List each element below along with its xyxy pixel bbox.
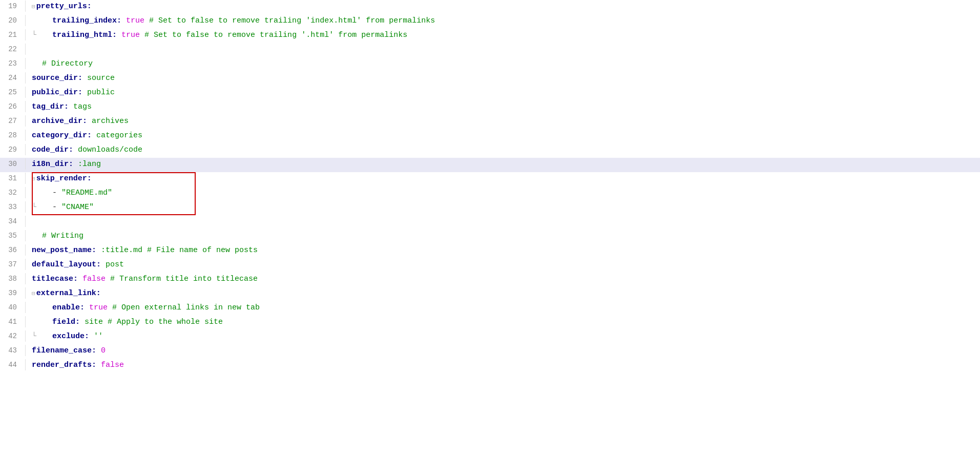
line-number: 28 [0,130,26,141]
line-content: source_dir: source [26,72,980,85]
yaml-key: archive_dir: [32,117,87,126]
yaml-string-value: downloads/code [78,146,142,154]
plain-text [117,31,121,39]
line-number: 26 [0,101,26,112]
line-content: new_post_name: :title.md # File name of … [26,244,980,257]
code-line: 41 field: site # Apply to the whole site [0,316,980,330]
yaml-number-value: 0 [101,346,106,355]
plain-text [121,16,126,25]
code-line: 27archive_dir: archives [0,115,980,129]
yaml-key: new_post_name: [32,246,96,255]
line-number: 44 [0,359,26,370]
line-number: 36 [0,244,26,256]
line-number: 30 [0,158,26,170]
yaml-section-comment: # Directory [42,59,93,68]
line-content: enable: true # Open external links in ne… [26,302,980,314]
plain-text [78,275,82,283]
code-line: 34 [0,215,980,230]
line-number: 39 [0,287,26,299]
indent-marker [42,187,52,199]
indent-marker [42,302,52,314]
line-number: 24 [0,72,26,84]
code-line: 39⊟external_link: [0,287,980,301]
yaml-key: field: [52,318,80,326]
line-content: ⊟pretty_urls: [26,1,980,13]
plain-text [80,318,85,326]
yaml-key: pretty_urls: [36,2,92,11]
code-line: 24source_dir: source [0,72,980,86]
line-number: 31 [0,173,26,184]
yaml-key: render_drafts: [32,361,96,369]
yaml-boolean-value: false [82,275,106,283]
line-number: 27 [0,115,26,127]
yaml-comment: # Set to false to remove trailing 'index… [149,16,435,25]
plain-text [142,246,147,255]
line-number: 29 [0,144,26,155]
line-content: field: site # Apply to the whole site [26,316,980,328]
code-editor: 19⊟pretty_urls:20trailing_index: true # … [0,0,980,456]
indent-marker: └ [32,330,42,343]
line-content: - "README.md" [26,187,980,199]
line-content: public_dir: public [26,87,980,99]
line-content: code_dir: downloads/code [26,144,980,156]
line-content: tag_dir: tags [26,101,980,113]
yaml-key: trailing_index: [52,16,121,25]
line-content: ⊟skip_render: [26,173,980,185]
line-number: 32 [0,187,26,198]
yaml-key: filename_case: [32,346,96,355]
line-number: 33 [0,201,26,213]
line-content: └ - "CNAME" [26,201,980,214]
plain-text [82,74,87,82]
code-line: 22 [0,43,980,57]
yaml-key: default_layout: [32,260,101,269]
yaml-quoted-value: "CNAME" [61,203,94,212]
plain-text [96,346,101,355]
yaml-boolean-value: false [101,361,124,369]
code-line: 26tag_dir: tags [0,100,980,115]
code-line: 33└ - "CNAME" [0,201,980,215]
yaml-key: skip_render: [36,174,92,183]
yaml-key: exclude: [52,332,89,341]
fold-marker-icon: ⊟ [32,291,35,297]
line-content: # Directory [26,58,980,70]
indent-marker [42,316,52,328]
yaml-boolean-value: true [121,31,140,39]
line-content: └ exclude: '' [26,330,980,343]
yaml-key: titlecase: [32,275,78,283]
code-line: 25public_dir: public [0,86,980,100]
code-line: 31⊟skip_render: [0,172,980,186]
yaml-string-value: site [85,318,103,326]
yaml-comment: # Set to false to remove trailing '.html… [144,31,407,39]
indent-marker: └ [32,29,42,42]
yaml-string-value: tags [73,102,92,111]
yaml-key: trailing_html: [52,31,117,39]
code-line: 35# Writing [0,230,980,244]
line-content: archive_dir: archives [26,115,980,128]
line-content: trailing_index: true # Set to false to r… [26,15,980,27]
plain-text [87,117,92,126]
indent-marker: └ [32,201,42,214]
yaml-string-value: public [87,88,115,97]
yaml-key: public_dir: [32,88,82,97]
plain-text [69,102,73,111]
plain-text [106,275,110,283]
indent-marker [42,29,52,42]
plain-text: - [52,203,61,212]
plain-text [96,246,101,255]
code-line: 40 enable: true # Open external links in… [0,301,980,316]
yaml-key: source_dir: [32,74,82,82]
code-line: 43filename_case: 0 [0,344,980,359]
yaml-key: external_link: [36,289,101,298]
line-content: titlecase: false # Transform title into … [26,273,980,285]
plain-text [101,260,106,269]
line-number: 21 [0,29,26,40]
line-content: filename_case: 0 [26,345,980,357]
plain-text [140,31,144,39]
plain-text [85,303,89,312]
yaml-comment: # Transform title into titlecase [110,275,258,283]
code-line: 42└ exclude: '' [0,330,980,344]
line-number: 22 [0,44,26,55]
line-content: i18n_dir: :lang [26,158,980,171]
plain-text [82,88,87,97]
yaml-comment: # Apply to the whole site [108,318,223,326]
